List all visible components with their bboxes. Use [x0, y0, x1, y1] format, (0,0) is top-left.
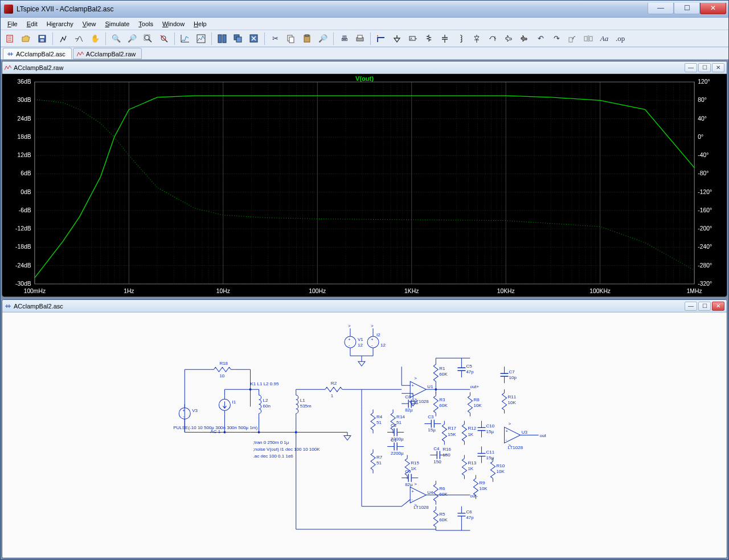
- place-diode-button[interactable]: [469, 32, 484, 46]
- minimize-button[interactable]: —: [648, 3, 674, 14]
- place-resistor-button[interactable]: [421, 32, 436, 46]
- svg-text:1K: 1K: [468, 466, 473, 471]
- place-text-button[interactable]: Aa: [597, 32, 612, 46]
- menu-hierarchy[interactable]: Hierarchy: [42, 19, 78, 29]
- save-button[interactable]: [35, 32, 50, 46]
- drag-button[interactable]: [517, 32, 532, 46]
- svg-text:I1: I1: [232, 400, 236, 405]
- copy-button[interactable]: [284, 32, 298, 46]
- run-button[interactable]: [56, 32, 71, 46]
- svg-text:+: +: [411, 383, 414, 388]
- menu-tools[interactable]: Tools: [134, 19, 158, 29]
- svg-point-4: [62, 36, 63, 38]
- svg-text:>: >: [509, 421, 511, 426]
- draw-wire-button[interactable]: [374, 32, 388, 46]
- svg-rect-18: [236, 37, 241, 42]
- svg-text:R18: R18: [219, 361, 228, 366]
- cut-button[interactable]: ✂: [268, 32, 282, 46]
- place-inductor-button[interactable]: [453, 32, 468, 46]
- schematic-window-titlebar[interactable]: ACclampBal2.asc — ☐ ✕: [2, 300, 727, 312]
- svg-text:535m: 535m: [300, 403, 312, 409]
- svg-text:C6: C6: [466, 509, 472, 514]
- halt-button[interactable]: [72, 32, 87, 46]
- print-setup-button[interactable]: [353, 32, 367, 46]
- redo-button[interactable]: ↷: [549, 32, 564, 46]
- close-window-button[interactable]: [247, 32, 261, 46]
- svg-text:C2: C2: [391, 423, 397, 428]
- svg-text:1MHz: 1MHz: [687, 288, 702, 294]
- svg-text:R13: R13: [468, 460, 476, 466]
- svg-text:60K: 60K: [439, 372, 448, 377]
- move-button[interactable]: [501, 32, 516, 46]
- schematic-maximize-button[interactable]: ☐: [698, 302, 711, 311]
- svg-text:>: >: [414, 503, 417, 508]
- doctab-waveform[interactable]: ACclampBal2.raw: [73, 48, 142, 59]
- svg-text:82µ: 82µ: [405, 407, 413, 413]
- rotate-button[interactable]: [565, 32, 580, 46]
- close-button[interactable]: ✕: [700, 3, 726, 14]
- zoom-fit-button[interactable]: [157, 32, 171, 46]
- autorange-button[interactable]: [178, 32, 193, 46]
- open-button[interactable]: [19, 32, 34, 46]
- svg-text:R5: R5: [439, 512, 445, 517]
- find-button[interactable]: 🔎: [316, 32, 330, 46]
- svg-text:L1: L1: [300, 398, 305, 403]
- schematic-close-button[interactable]: ✕: [712, 302, 724, 311]
- menu-simulate[interactable]: Simulate: [100, 19, 134, 29]
- menu-help[interactable]: Help: [189, 19, 211, 29]
- svg-text:-120°: -120°: [698, 189, 712, 195]
- zoom-area-button[interactable]: [141, 32, 155, 46]
- schematic-canvas[interactable]: R1810+-V3PULSE(-10 10 500µ 300n 300n 500…: [2, 312, 727, 558]
- svg-text:47p: 47p: [466, 369, 474, 374]
- waveform-close-button[interactable]: ✕: [712, 63, 724, 72]
- pick-visible-traces-button[interactable]: [194, 32, 208, 46]
- waveform-window-titlebar[interactable]: ACclampBal2.raw — ☐ ✕: [2, 61, 727, 74]
- place-capacitor-button[interactable]: [437, 32, 452, 46]
- place-component-button[interactable]: [485, 32, 500, 46]
- menu-file[interactable]: File: [3, 19, 22, 29]
- svg-text:R17: R17: [448, 426, 456, 431]
- label-net-button[interactable]: A: [406, 32, 420, 46]
- svg-rect-43: [589, 36, 592, 41]
- menu-edit[interactable]: Edit: [22, 19, 42, 29]
- print-button[interactable]: 🖶: [337, 32, 351, 46]
- svg-point-259: [435, 388, 437, 390]
- svg-text:-240°: -240°: [698, 244, 712, 250]
- maximize-button[interactable]: ☐: [674, 3, 700, 14]
- new-schematic-button[interactable]: [3, 32, 18, 46]
- svg-rect-23: [305, 35, 309, 36]
- svg-text:0°: 0°: [698, 134, 703, 140]
- svg-text:-30dB: -30dB: [15, 281, 31, 287]
- paste-button[interactable]: [300, 32, 314, 46]
- waveform-minimize-button[interactable]: —: [685, 63, 697, 72]
- menu-view[interactable]: View: [78, 19, 101, 29]
- spice-directive-button[interactable]: .op: [613, 32, 628, 46]
- svg-line-397: [402, 500, 410, 507]
- svg-text:-40°: -40°: [698, 152, 708, 158]
- svg-text:-: -: [506, 437, 507, 442]
- tile-windows-button[interactable]: [215, 32, 230, 46]
- svg-text:R3: R3: [439, 397, 445, 402]
- zoom-in-button[interactable]: 🔍: [109, 32, 124, 46]
- svg-text:-24dB: -24dB: [15, 262, 31, 269]
- doctab-schematic[interactable]: ACclampBal2.asc: [3, 48, 72, 59]
- svg-text:100mHz: 100mHz: [24, 288, 46, 294]
- cascade-windows-button[interactable]: [231, 32, 245, 46]
- svg-text:C11: C11: [486, 450, 494, 455]
- svg-rect-2: [40, 36, 44, 38]
- schematic-minimize-button[interactable]: —: [685, 302, 697, 311]
- undo-button[interactable]: ↶: [533, 32, 548, 46]
- svg-text:0dB: 0dB: [21, 189, 31, 195]
- place-ground-button[interactable]: [390, 32, 404, 46]
- mirror-button[interactable]: [581, 32, 596, 46]
- pan-button[interactable]: ✋: [88, 32, 103, 46]
- waveform-plot-area[interactable]: V(out) -30dB-24dB-18dB-12dB-6dB0dB6dB12d…: [2, 74, 727, 297]
- svg-text:-200°: -200°: [698, 225, 712, 232]
- waveform-maximize-button[interactable]: ☐: [698, 63, 711, 72]
- svg-rect-16: [223, 35, 226, 43]
- menu-window[interactable]: Window: [158, 19, 189, 29]
- trace-label-vout[interactable]: V(out): [355, 75, 374, 82]
- svg-text:10KHz: 10KHz: [497, 288, 515, 294]
- zoom-out-button[interactable]: 🔎: [125, 32, 140, 46]
- svg-text:51: 51: [376, 420, 382, 425]
